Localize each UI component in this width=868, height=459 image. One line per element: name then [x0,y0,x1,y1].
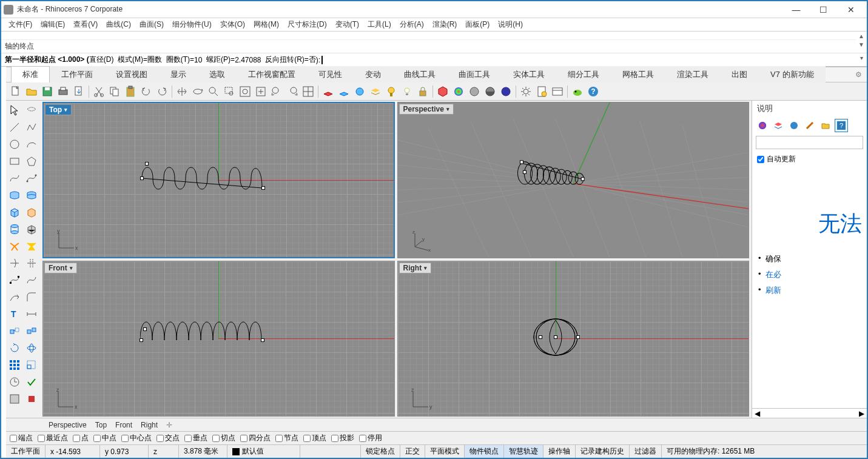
status-layer[interactable]: 默认值 [227,445,300,458]
close-button[interactable]: ✕ [837,1,864,18]
status-cplane[interactable]: 工作平面 [6,445,45,458]
tab-standard[interactable]: 标准 [11,66,50,83]
panel-libraries-icon[interactable] [819,119,832,132]
control-point[interactable] [140,176,144,180]
copy-move-icon[interactable] [23,323,40,340]
tab-v7-new[interactable]: V7 的新功能 [759,66,826,83]
import-icon[interactable] [72,84,86,99]
pan-icon[interactable] [175,84,189,99]
osnap-disable[interactable]: 停用 [359,433,382,443]
viewport-front[interactable]: xz Front▾ [42,261,395,417]
layer-icon[interactable] [368,84,383,99]
osnap-vertex[interactable]: 顶点 [303,433,326,443]
tab-viewport-layout[interactable]: 工作视窗配置 [237,66,307,83]
control-point[interactable] [140,338,143,342]
viewport-label-right[interactable]: Right▾ [399,263,432,273]
status-planar[interactable]: 平面模式 [425,445,465,458]
named-view-icon[interactable] [352,84,367,99]
zoom-selected-icon[interactable] [254,84,268,99]
status-smarttrack[interactable]: 智慧轨迹 [504,445,543,458]
panel-hscroll[interactable]: ◀▶ [752,408,867,418]
panel-materials-icon[interactable] [803,119,816,132]
osnap-end[interactable]: 端点 [10,433,33,443]
panel-help-icon[interactable]: ? [835,119,848,132]
tab-cplane[interactable]: 工作平面 [50,66,104,83]
ghosted-icon[interactable] [499,84,513,99]
menu-subd[interactable]: 细分物件(U) [169,18,215,31]
control-point[interactable] [554,335,557,339]
tab-visibility[interactable]: 可见性 [307,66,354,83]
tab-curve-tools[interactable]: 曲线工具 [392,66,447,83]
menu-analyze[interactable]: 分析(A) [396,18,428,31]
vp-tab-right[interactable]: Right [141,421,158,429]
extend-icon[interactable] [6,289,23,306]
control-point[interactable] [145,162,149,166]
menu-file[interactable]: 文件(F) [5,18,36,31]
menu-help[interactable]: 说明(H) [494,18,527,31]
points-on-icon[interactable] [6,272,23,289]
control-point[interactable] [539,335,542,339]
osnap-perp[interactable]: 垂点 [184,433,207,443]
opt-diameter[interactable]: 直径(D) [89,55,114,65]
control-point[interactable] [261,338,264,342]
menu-surface[interactable]: 曲面(S) [136,18,167,31]
tab-select[interactable]: 选取 [198,66,237,83]
osnap-near[interactable]: 最近点 [38,433,68,443]
tab-surface-tools[interactable]: 曲面工具 [447,66,502,83]
dimension-icon[interactable] [23,306,40,323]
zoom-extents-icon[interactable] [238,84,252,99]
viewport-label-perspective[interactable]: Perspective▾ [399,104,454,115]
menu-curve[interactable]: 曲线(C) [103,18,135,31]
undo-view-icon[interactable] [269,84,284,99]
array-icon[interactable] [6,357,23,374]
box-icon[interactable] [6,204,23,221]
set-cplane-icon[interactable] [337,84,351,99]
trim-icon[interactable] [6,255,23,272]
menu-tools[interactable]: 工具(L) [364,18,395,31]
scale-icon[interactable] [23,357,40,374]
cylinder-icon[interactable] [6,221,23,238]
osnap-intersect[interactable]: 交点 [156,433,180,443]
four-view-icon[interactable] [301,84,315,99]
circle-icon[interactable] [6,136,23,153]
status-filter[interactable]: 过滤器 [630,445,662,458]
menu-dimension[interactable]: 尺寸标注(D) [284,18,331,31]
mesh-icon[interactable] [23,221,40,238]
object-props-icon[interactable] [550,84,565,99]
surface-icon[interactable] [6,187,23,204]
menu-render[interactable]: 渲染(R) [429,18,461,31]
cmd-expand[interactable]: ▾ [856,53,866,62]
polyline-icon[interactable] [23,119,40,136]
opt-mode-label[interactable]: 模式(M)= [118,55,147,65]
check-icon[interactable] [23,374,40,390]
panel-render-icon[interactable] [787,119,801,132]
control-point[interactable] [143,327,147,331]
tab-drafting[interactable]: 出图 [720,66,759,83]
shade-selected-icon[interactable] [483,84,497,99]
new-icon[interactable] [8,84,23,99]
viewport-label-front[interactable]: Front▾ [44,263,77,273]
status-osnap[interactable]: 物件锁点 [465,445,504,458]
tab-options-gear-icon[interactable]: ⚙ [855,70,862,79]
osnap-center[interactable]: 中心点 [121,433,152,443]
print-icon[interactable] [56,84,70,99]
lasso-icon[interactable] [23,102,40,119]
osnap-tan[interactable]: 切点 [212,433,235,443]
rotate-icon[interactable] [6,340,23,357]
tab-solid-tools[interactable]: 实体工具 [502,66,556,83]
undo-icon[interactable] [139,84,153,99]
osnap-knot[interactable]: 节点 [275,433,298,443]
menu-transform[interactable]: 变动(T) [332,18,363,31]
menu-view[interactable]: 查看(V) [70,18,101,31]
arc-icon[interactable] [23,136,40,153]
menu-edit[interactable]: 编辑(E) [37,18,69,31]
auto-update-checkbox[interactable]: 自动更新 [752,150,867,168]
stop-icon[interactable] [23,390,40,407]
viewport-top[interactable]: xy Top▾ [42,102,395,258]
options-icon[interactable] [519,84,533,99]
tab-mesh-tools[interactable]: 网格工具 [611,66,665,83]
light-icon[interactable] [400,84,414,99]
viewport-right[interactable]: yz Right▾ [397,261,750,417]
command-prompt[interactable]: 第一半径和起点 <1.000> ( 直径(D) 模式(M)= 圈数 圈数(T)=… [1,53,856,66]
rectangle-icon[interactable] [6,153,23,170]
